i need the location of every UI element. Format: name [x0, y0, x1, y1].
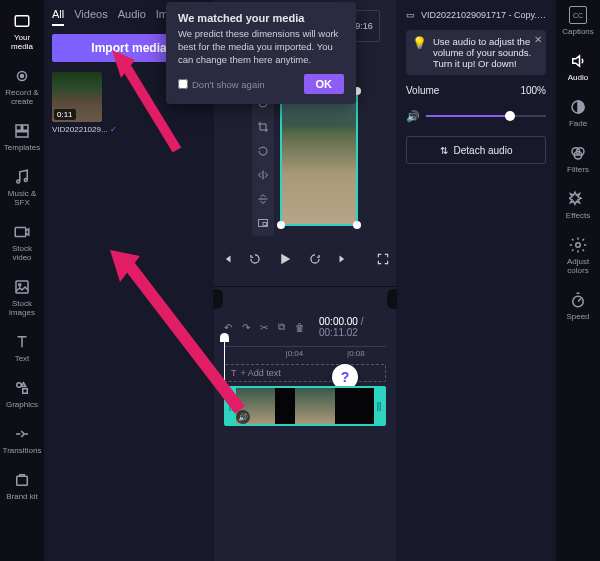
pip-tool-icon[interactable] [256, 216, 270, 230]
rail-record-create[interactable]: Record & create [2, 67, 42, 106]
rail-label: Text [15, 354, 30, 363]
volume-value: 100% [520, 85, 546, 96]
video-file-icon: ▭ [406, 10, 415, 20]
ruler-tick: |0:04 [286, 349, 304, 358]
rail-label: Transitions [3, 446, 42, 455]
popup-body: We predict these dimensions will work be… [178, 28, 344, 66]
volume-row: Volume 100% [406, 85, 546, 96]
rail-captions[interactable]: CCCaptions [558, 6, 598, 36]
svg-rect-16 [263, 223, 267, 226]
play-icon[interactable] [276, 250, 294, 268]
rail-label: Stock images [2, 299, 42, 317]
left-rail: Your media Record & create Templates Mus… [0, 0, 44, 561]
right-rail: CCCaptions Audio Fade Filters Effects Ad… [556, 0, 600, 561]
crop-tool-icon[interactable] [256, 120, 270, 134]
rail-label: Record & create [2, 88, 42, 106]
svg-rect-0 [15, 16, 29, 27]
lightbulb-icon: 💡 [412, 36, 427, 69]
svg-point-2 [21, 75, 24, 78]
tab-audio[interactable]: Audio [118, 8, 146, 26]
rail-graphics[interactable]: Graphics [2, 379, 42, 409]
svg-rect-4 [23, 125, 28, 130]
rail-label: Your media [2, 33, 42, 51]
rail-speed[interactable]: Speed [558, 291, 598, 321]
split-icon[interactable]: ✂ [260, 322, 268, 333]
svg-rect-5 [16, 132, 28, 137]
rail-templates[interactable]: Templates [2, 122, 42, 152]
matched-media-popup: We matched your media We predict these d… [166, 2, 356, 104]
rail-label: Templates [4, 143, 40, 152]
svg-rect-9 [16, 281, 28, 293]
tab-all[interactable]: All [52, 8, 64, 26]
tip-text: Use audio to adjust the volume of your s… [433, 36, 540, 69]
svg-rect-13 [17, 476, 28, 485]
preview-image [282, 92, 356, 224]
detach-icon: ⇅ [440, 145, 448, 156]
popup-title: We matched your media [178, 12, 344, 24]
detach-audio-button[interactable]: ⇅ Detach audio [406, 136, 546, 164]
timeline-time: 00:00.00 / 00:11.02 [319, 316, 386, 338]
svg-point-10 [19, 284, 21, 286]
dont-show-again[interactable]: Don't show again [178, 79, 265, 90]
resize-handle[interactable] [353, 221, 361, 229]
rail-audio[interactable]: Audio [558, 52, 598, 82]
thumbnail-duration: 0:11 [54, 109, 76, 120]
seek-forward-icon[interactable] [308, 252, 322, 266]
rail-brand-kit[interactable]: Brand kit [2, 471, 42, 501]
annotation-arrow-2 [110, 250, 260, 420]
rail-label: Graphics [6, 400, 38, 409]
tip-panel: 💡 Use audio to adjust the volume of your… [406, 30, 546, 75]
svg-rect-12 [23, 389, 28, 394]
svg-point-6 [17, 180, 20, 183]
clip-handle-right[interactable]: || [374, 388, 384, 424]
volume-label: Volume [406, 85, 439, 96]
rail-stock-video[interactable]: Stock video [2, 223, 42, 262]
rail-label: Music & SFX [2, 189, 42, 207]
filename-text: VID20221029091717 - Copy.mp4 [421, 10, 546, 20]
thumbnail-image: 0:11 [52, 72, 102, 122]
resize-handle[interactable] [277, 221, 285, 229]
rotate-tool-icon[interactable] [256, 144, 270, 158]
rail-effects[interactable]: Effects [558, 190, 598, 220]
rail-your-media[interactable]: Your media [2, 12, 42, 51]
rail-label: Brand kit [6, 492, 38, 501]
rail-adjust-colors[interactable]: Adjust colors [558, 236, 598, 275]
filename-row: ▭ VID20221029091717 - Copy.mp4 [406, 10, 546, 20]
preview-canvas[interactable] [280, 90, 358, 226]
svg-rect-8 [15, 228, 26, 237]
svg-point-7 [24, 179, 27, 182]
rail-filters[interactable]: Filters [558, 144, 598, 174]
canvas-tools [252, 90, 274, 236]
flip-h-tool-icon[interactable] [256, 168, 270, 182]
rail-label: Stock video [2, 244, 42, 262]
volume-slider[interactable]: 🔊 [406, 106, 546, 126]
skip-end-icon[interactable] [336, 252, 350, 266]
properties-panel: ▭ VID20221029091717 - Copy.mp4 💡 Use aud… [396, 0, 556, 561]
rail-stock-images[interactable]: Stock images [2, 278, 42, 317]
delete-icon[interactable]: 🗑 [295, 322, 305, 333]
slider-thumb[interactable] [505, 111, 515, 121]
rail-music-sfx[interactable]: Music & SFX [2, 168, 42, 207]
annotation-arrow-1 [107, 50, 187, 160]
tab-videos[interactable]: Videos [74, 8, 107, 26]
rail-text[interactable]: Text [2, 333, 42, 363]
fullscreen-icon[interactable] [376, 252, 390, 266]
rail-transitions[interactable]: Transitions [2, 425, 42, 455]
svg-point-21 [576, 243, 581, 248]
flip-v-tool-icon[interactable] [256, 192, 270, 206]
ok-button[interactable]: OK [304, 74, 345, 94]
ruler-tick: |0:08 [347, 349, 365, 358]
duplicate-icon[interactable]: ⧉ [278, 321, 285, 333]
close-tip-icon[interactable]: ✕ [534, 34, 542, 45]
svg-rect-3 [16, 125, 21, 130]
rail-fade[interactable]: Fade [558, 98, 598, 128]
speaker-icon: 🔊 [406, 110, 420, 123]
